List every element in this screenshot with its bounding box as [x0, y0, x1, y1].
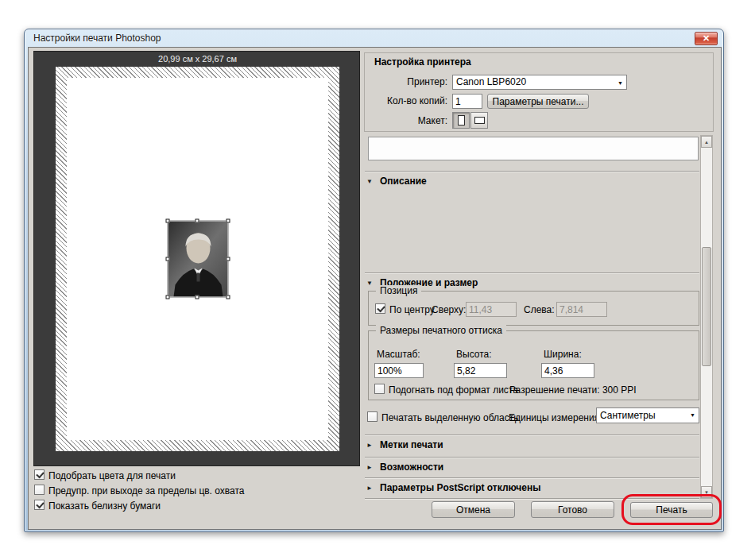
- position-group-title: Позиция: [376, 285, 421, 296]
- section-features-title: Возможности: [380, 462, 443, 473]
- separator: [365, 457, 699, 458]
- triangle-right-icon: ►: [366, 485, 374, 492]
- section-postscript-title: Параметры PostScript отключены: [380, 482, 540, 493]
- titlebar[interactable]: Настройки печати Photoshop ✕: [25, 29, 723, 47]
- scroll-down-button[interactable]: ▼: [701, 486, 712, 498]
- scrollbar[interactable]: ▲ ▼: [700, 135, 713, 499]
- print-resolution-text: Разрешение печати: 300 PPI: [509, 384, 637, 396]
- paper-white-checkbox[interactable]: [34, 500, 45, 510]
- match-colors-label: Подобрать цвета для печати: [48, 470, 176, 481]
- center-checkbox[interactable]: [375, 303, 385, 314]
- print-selection-label: Печатать выделенную область: [381, 412, 518, 423]
- arrow-down-icon: ▼: [704, 490, 709, 495]
- printer-setup-title: Настройка принтера: [374, 56, 471, 68]
- paper-white-label: Показать белизну бумаги: [48, 500, 161, 512]
- scrollbar-thumb[interactable]: [702, 247, 711, 366]
- scale-input[interactable]: [374, 363, 424, 378]
- triangle-down-icon: ▼: [366, 280, 374, 287]
- cancel-button[interactable]: Отмена: [432, 501, 515, 518]
- selection-handle[interactable]: [196, 219, 199, 223]
- chevron-down-icon: ▼: [618, 75, 623, 89]
- separator: [365, 477, 699, 479]
- printer-setup-section: Настройка принтера Принтер: Canon LBP602…: [364, 52, 714, 132]
- section-print-marks-title: Метки печати: [380, 439, 443, 450]
- separator: [365, 272, 699, 274]
- selection-handle[interactable]: [165, 219, 169, 223]
- printer-select[interactable]: Canon LBP6020 ▼: [452, 75, 627, 90]
- close-icon: ✕: [703, 33, 710, 43]
- height-label: Высота:: [456, 349, 492, 360]
- left-offset-input: [556, 302, 607, 317]
- units-select[interactable]: Сантиметры ▼: [596, 407, 699, 423]
- center-checkbox-label: По центру: [389, 304, 435, 315]
- print-params-button[interactable]: Параметры печати...: [487, 94, 589, 109]
- selection-handle[interactable]: [226, 219, 230, 223]
- section-description-title: Описание: [380, 176, 427, 187]
- page-printable-area: [67, 78, 328, 440]
- window-title: Настройки печати Photoshop: [33, 33, 161, 44]
- selection-handle[interactable]: [165, 257, 169, 261]
- section-postscript[interactable]: ► Параметры PostScript отключены: [366, 481, 540, 494]
- fit-to-page-checkbox[interactable]: [374, 384, 385, 394]
- preview-image[interactable]: [168, 222, 227, 297]
- match-colors-checkbox[interactable]: [34, 469, 45, 480]
- section-description[interactable]: ▼ Описание: [366, 175, 427, 187]
- arrow-up-icon: ▲: [704, 140, 709, 145]
- printer-select-value: Canon LBP6020: [456, 76, 526, 87]
- landscape-page-icon: [474, 117, 485, 124]
- print-size-group-title: Размеры печатного оттиска: [376, 325, 506, 336]
- top-offset-label: Сверху:: [432, 304, 466, 315]
- units-label: Единицы измерения:: [509, 412, 602, 423]
- layout-portrait-button[interactable]: [452, 112, 470, 129]
- fit-to-page-label: Подогнать под формат листа: [389, 384, 518, 396]
- print-settings-window: Настройки печати Photoshop ✕ 20,99 см x …: [24, 29, 724, 532]
- selection-handle[interactable]: [226, 295, 230, 299]
- layout-label: Макет:: [365, 115, 447, 126]
- print-button[interactable]: Печать: [630, 502, 713, 518]
- portrait-page-icon: [458, 115, 465, 126]
- chevron-down-icon: ▼: [690, 408, 695, 423]
- page-size-label: 20,99 см x 29,67 см: [56, 54, 339, 64]
- top-offset-input: [466, 302, 517, 317]
- layout-landscape-button[interactable]: [470, 112, 488, 129]
- width-input[interactable]: [541, 363, 594, 378]
- print-selection-checkbox[interactable]: [367, 411, 378, 422]
- done-button[interactable]: Готово: [531, 501, 614, 518]
- section-print-marks[interactable]: ► Метки печати: [366, 438, 443, 451]
- triangle-right-icon: ►: [366, 464, 374, 471]
- width-label: Ширина:: [544, 349, 582, 360]
- height-input[interactable]: [454, 363, 507, 378]
- dialog-body: 20,99 см x 29,67 см: [28, 47, 722, 530]
- scroll-up-button[interactable]: ▲: [701, 136, 712, 148]
- triangle-right-icon: ►: [366, 442, 374, 449]
- gamut-warning-checkbox[interactable]: [34, 485, 45, 495]
- copies-input[interactable]: [452, 94, 482, 109]
- close-button[interactable]: ✕: [695, 32, 718, 45]
- copies-label: Кол-во копий:: [365, 95, 447, 106]
- empty-preview-strip: [368, 137, 699, 160]
- print-size-group: Размеры печатного оттиска Масштаб: Высот…: [368, 330, 699, 400]
- left-offset-label: Слева:: [524, 304, 555, 315]
- selection-handle[interactable]: [165, 295, 169, 299]
- preview-page: [56, 67, 339, 451]
- selection-handle[interactable]: [226, 257, 230, 261]
- section-features[interactable]: ► Возможности: [366, 461, 443, 473]
- printer-label: Принтер:: [365, 76, 447, 87]
- separator: [365, 498, 699, 500]
- position-group: Позиция По центру Сверху: Слева:: [368, 291, 699, 326]
- gamut-warning-label: Предупр. при выходе за пределы цв. охват…: [48, 485, 245, 496]
- separator: [365, 171, 699, 172]
- print-preview-panel: 20,99 см x 29,67 см: [33, 51, 360, 466]
- triangle-down-icon: ▼: [366, 178, 374, 185]
- portrait-photo: [168, 222, 227, 297]
- selection-handle[interactable]: [196, 295, 199, 299]
- units-select-value: Сантиметры: [600, 410, 656, 421]
- scale-label: Масштаб:: [377, 349, 420, 360]
- separator: [365, 434, 699, 436]
